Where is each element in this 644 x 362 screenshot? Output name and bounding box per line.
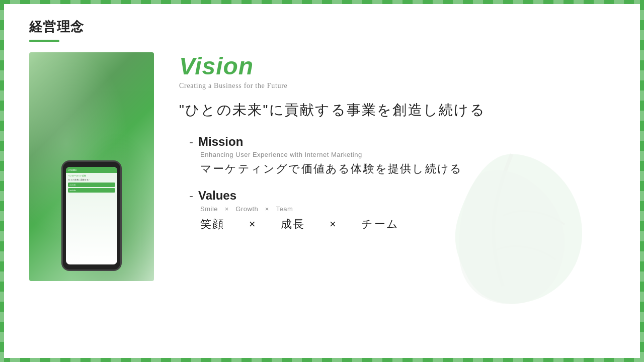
mission-dash: - — [189, 135, 193, 148]
page-container: 経営理念 i.mobile インターネット広告 "ひとの未来に貢献する" i.m… — [4, 4, 640, 358]
page-title: 経営理念 — [29, 18, 615, 36]
values-text: 笑顔 × 成長 × チーム — [200, 217, 615, 232]
border-right — [640, 0, 644, 362]
phone-screen-content: インターネット広告 "ひとの未来に貢献する" i.mobile i.mobile — [66, 173, 117, 194]
phone-screen: i.mobile インターネット広告 "ひとの未来に貢献する" i.mobile… — [66, 167, 117, 264]
phone-line3: i.mobile — [68, 183, 115, 187]
mission-block: -Mission Enhancing User Experience with … — [189, 135, 615, 176]
values-block: -Values Smile × Growth × Team 笑顔 × 成長 × … — [189, 189, 615, 232]
header: 経営理念 — [29, 18, 615, 42]
phone-line1: インターネット広告 — [68, 174, 115, 177]
values-heading: -Values — [189, 189, 615, 203]
vision-title: Vision — [179, 52, 615, 80]
content-area: Vision Creating a Business for the Futur… — [179, 52, 615, 281]
vision-tagline: "ひとの未来"に貢献する事業を創造し続ける — [179, 100, 615, 120]
border-bottom — [0, 358, 644, 362]
values-dash: - — [189, 189, 193, 202]
phone-screen-header: i.mobile — [66, 167, 117, 173]
mission-label: Mission — [198, 135, 243, 148]
phone-line4: i.mobile — [68, 188, 115, 193]
phone-mockup: i.mobile インターネット広告 "ひとの未来に貢献する" i.mobile… — [61, 160, 122, 271]
title-underline — [29, 40, 59, 42]
phone-app-name: i.mobile — [68, 168, 76, 171]
mission-subtitle: Enhancing User Experience with Internet … — [200, 151, 615, 158]
mission-text: マーケティングで価値ある体験を提供し続ける — [200, 161, 615, 176]
border-left — [0, 0, 4, 362]
vision-block: Vision Creating a Business for the Futur… — [179, 52, 615, 120]
image-area: i.mobile インターネット広告 "ひとの未来に貢献する" i.mobile… — [29, 52, 154, 281]
values-label: Values — [198, 189, 236, 202]
mission-heading: -Mission — [189, 135, 615, 149]
vision-subtitle: Creating a Business for the Future — [179, 82, 615, 90]
main-content: i.mobile インターネット広告 "ひとの未来に貢献する" i.mobile… — [29, 52, 615, 281]
border-top — [0, 0, 644, 4]
values-subtitle: Smile × Growth × Team — [200, 205, 615, 214]
phone-line2: "ひとの未来に貢献する" — [68, 178, 115, 181]
